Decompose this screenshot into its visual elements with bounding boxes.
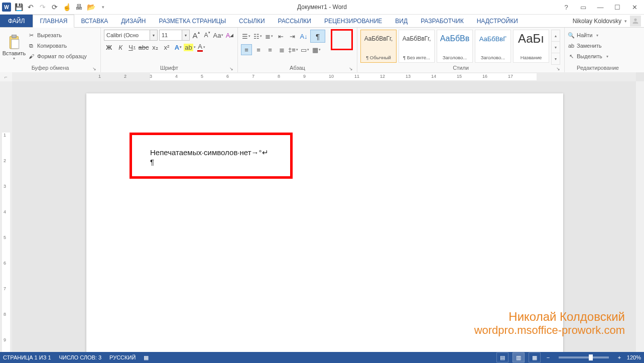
horizontal-ruler[interactable]: 1234567891011121314151617 xyxy=(12,72,636,82)
clear-formatting-button[interactable]: A◢ xyxy=(225,30,234,40)
vertical-ruler[interactable]: 123456789 xyxy=(0,81,13,352)
zoom-out-button[interactable]: − xyxy=(545,354,552,360)
zoom-level[interactable]: 120% xyxy=(627,354,641,360)
maximize-button[interactable]: ☐ xyxy=(611,3,624,12)
find-button[interactable]: 🔍Найти▾ xyxy=(568,31,608,40)
italic-button[interactable]: К xyxy=(115,42,125,52)
shading-button[interactable]: ▭ xyxy=(300,45,310,55)
copy-icon: ⧉ xyxy=(27,43,35,49)
style-normal[interactable]: АаБбВвГг, ¶ Обычный xyxy=(360,30,397,63)
qat-customize[interactable]: ▾ xyxy=(98,3,107,12)
vertical-scrollbar[interactable] xyxy=(635,81,644,352)
user-avatar[interactable] xyxy=(630,16,641,27)
tab-insert[interactable]: ВСТАВКА xyxy=(74,15,114,27)
superscript-button[interactable]: x² xyxy=(162,42,172,52)
tab-addins[interactable]: НАДСТРОЙКИ xyxy=(470,15,525,27)
paste-button[interactable]: Вставить ▾ xyxy=(3,30,25,65)
decrease-indent-button[interactable]: ⇤ xyxy=(276,31,286,41)
line-spacing-button[interactable]: ‡≡ xyxy=(288,45,298,55)
tab-view[interactable]: ВИД xyxy=(389,15,414,27)
font-name-combo[interactable]: Calibri (Осно xyxy=(104,30,150,41)
gallery-more-icon[interactable]: ▾ xyxy=(552,53,560,64)
qat-print[interactable]: 🖶 xyxy=(74,3,83,12)
numbering-button[interactable]: ☷ xyxy=(252,31,263,41)
font-size-dropdown-icon[interactable]: ▾ xyxy=(182,30,190,41)
user-name[interactable]: Nikolay Koldovsky xyxy=(573,18,621,25)
tab-home[interactable]: ГЛАВНАЯ xyxy=(33,15,74,28)
grow-font-button[interactable]: A▴ xyxy=(191,30,201,40)
subscript-button[interactable]: x₂ xyxy=(150,42,160,52)
ribbon-display-options[interactable]: ▭ xyxy=(577,3,590,12)
status-page[interactable]: СТРАНИЦА 1 ИЗ 1 xyxy=(3,354,51,360)
font-size-combo[interactable]: 11 xyxy=(159,30,182,41)
qat-touch[interactable]: ☝ xyxy=(62,3,71,12)
highlight-button[interactable]: ab xyxy=(185,42,195,52)
qat-redo[interactable]: ↷ xyxy=(38,3,47,12)
document-area[interactable]: Непечатаемых·символов·нет→°↵ ¶ Николай К… xyxy=(12,81,636,352)
view-read-mode[interactable]: ▤ xyxy=(496,352,508,362)
tab-page-layout[interactable]: РАЗМЕТКА СТРАНИЦЫ xyxy=(153,15,233,27)
view-web-layout[interactable]: ▦ xyxy=(529,352,541,362)
replace-button[interactable]: abЗаменить xyxy=(568,41,608,50)
workspace: ⌐ 1234567891011121314151617 123456789 Не… xyxy=(0,72,644,352)
tab-mailings[interactable]: РАССЫЛКИ xyxy=(272,15,318,27)
tab-developer[interactable]: РАЗРАБОТЧИК xyxy=(414,15,470,27)
qat-undo[interactable]: ↶ xyxy=(26,3,35,12)
style-title[interactable]: АаБı Название xyxy=(513,30,549,63)
qat-open[interactable]: 📂 xyxy=(86,3,95,12)
user-dropdown-icon[interactable]: ▾ xyxy=(624,19,627,24)
strikethrough-button[interactable]: abc xyxy=(139,42,149,52)
minimize-button[interactable]: — xyxy=(594,3,607,12)
style-no-spacing[interactable]: АаБбВвГг, ¶ Без инте... xyxy=(399,30,435,63)
status-macro-icon[interactable]: ▦ xyxy=(144,354,149,361)
gallery-down-icon[interactable]: ▾ xyxy=(552,42,560,53)
tab-review[interactable]: РЕЦЕНЗИРОВАНИЕ xyxy=(318,15,389,27)
format-painter-button[interactable]: 🖌Формат по образцу xyxy=(27,52,87,61)
show-hide-marks-button[interactable]: ¶ xyxy=(310,30,325,43)
font-color-button[interactable]: A xyxy=(196,42,206,52)
styles-launcher-icon[interactable]: ↘ xyxy=(555,66,561,72)
zoom-slider[interactable] xyxy=(559,356,609,358)
qat-refresh[interactable]: ⟳ xyxy=(50,3,59,12)
style-heading1[interactable]: АаБбВв Заголово... xyxy=(437,30,473,63)
align-left-button[interactable]: ≡ xyxy=(241,44,252,55)
copy-button[interactable]: ⧉Копировать xyxy=(27,41,87,50)
close-button[interactable]: ✕ xyxy=(628,3,641,12)
underline-button[interactable]: Ч xyxy=(127,42,137,52)
group-editing: 🔍Найти▾ abЗаменить ↖Выделить▾ Редактиров… xyxy=(565,28,631,73)
cut-button[interactable]: ✂Вырезать xyxy=(27,31,87,40)
view-print-layout[interactable]: ▥ xyxy=(512,352,525,362)
multilevel-list-button[interactable]: ≣ xyxy=(264,31,274,41)
tab-references[interactable]: ССЫЛКИ xyxy=(232,15,271,27)
tab-design[interactable]: ДИЗАЙН xyxy=(114,15,152,27)
select-button[interactable]: ↖Выделить▾ xyxy=(568,52,608,61)
status-words[interactable]: ЧИСЛО СЛОВ: 3 xyxy=(59,354,102,360)
justify-button[interactable]: ≣ xyxy=(277,45,287,55)
qat-save[interactable]: 💾 xyxy=(14,3,23,12)
title-bar: W 💾 ↶ ↷ ⟳ ☝ 🖶 📂 ▾ Документ1 - Word ? ▭ —… xyxy=(0,0,644,15)
font-name-dropdown-icon[interactable]: ▾ xyxy=(150,30,158,41)
help-button[interactable]: ? xyxy=(560,3,573,12)
clipboard-icon xyxy=(7,34,21,50)
style-gallery[interactable]: АаБбВвГг, ¶ Обычный АаБбВвГг, ¶ Без инте… xyxy=(360,30,560,65)
sort-button[interactable]: A↓ xyxy=(299,31,309,41)
paragraph-launcher-icon[interactable]: ↘ xyxy=(348,66,354,72)
text-effects-button[interactable]: A xyxy=(173,42,183,52)
borders-button[interactable]: ▦ xyxy=(311,45,321,55)
style-heading2[interactable]: АаБбВвГ Заголово... xyxy=(475,30,511,63)
ruler-corner: ⌐ xyxy=(0,72,13,82)
increase-indent-button[interactable]: ⇥ xyxy=(287,31,297,41)
file-tab[interactable]: ФАЙЛ xyxy=(0,15,33,27)
align-right-button[interactable]: ≡ xyxy=(265,45,275,55)
shrink-font-button[interactable]: A▾ xyxy=(202,30,212,40)
align-center-button[interactable]: ≡ xyxy=(253,45,264,55)
gallery-scroll[interactable]: ▴ ▾ ▾ xyxy=(551,30,560,65)
gallery-up-icon[interactable]: ▴ xyxy=(552,30,560,42)
zoom-in-button[interactable]: + xyxy=(616,354,623,360)
font-launcher-icon[interactable]: ↘ xyxy=(228,66,234,72)
bullets-button[interactable]: ☰ xyxy=(241,31,251,41)
status-language[interactable]: РУССКИЙ xyxy=(109,354,136,360)
bold-button[interactable]: Ж xyxy=(104,42,114,52)
change-case-button[interactable]: Aa xyxy=(213,30,223,40)
clipboard-launcher-icon[interactable]: ↘ xyxy=(91,66,97,72)
